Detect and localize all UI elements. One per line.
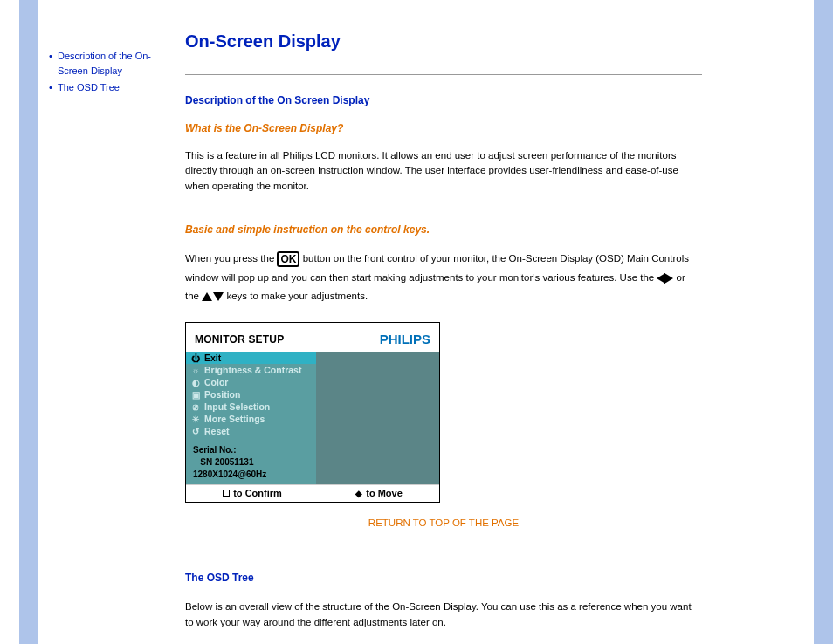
section-heading-description: Description of the On Screen Display bbox=[185, 94, 702, 106]
sidebar-nav: Description of the On-Screen Display The… bbox=[38, 0, 185, 644]
osd-info-block: Serial No.: SN 20051131 1280X1024@60Hz bbox=[186, 437, 316, 484]
subheading-what-is: What is the On-Screen Display? bbox=[185, 122, 702, 134]
exit-icon: ⏻ bbox=[191, 353, 200, 363]
brightness-icon: ☼ bbox=[191, 366, 200, 375]
osd-window: MONITOR SETUP PHILIPS ⏻Exit ☼Brightness … bbox=[185, 322, 440, 503]
osd-menu-label: Reset bbox=[204, 426, 230, 436]
osd-footer: to Confirm ◆to Move bbox=[186, 484, 439, 502]
sidebar-item-osdtree[interactable]: The OSD Tree bbox=[49, 80, 180, 95]
subheading-instructions: Basic and simple instruction on the cont… bbox=[185, 223, 702, 236]
main-content: On-Screen Display Description of the On … bbox=[185, 0, 833, 644]
left-stripe bbox=[19, 0, 38, 644]
osd-confirm-hint: to Confirm bbox=[223, 488, 282, 498]
osd-preview-pane bbox=[316, 352, 439, 484]
osd-menu-label: Color bbox=[204, 377, 228, 387]
osd-menu-item-brightness: ☼Brightness & Contrast bbox=[186, 364, 316, 376]
osd-menu-item-input: ⎚Input Selection bbox=[186, 401, 316, 413]
page-root: Description of the On-Screen Display The… bbox=[0, 0, 833, 644]
position-icon: ▣ bbox=[191, 390, 200, 400]
instr-text-a: When you press the bbox=[185, 253, 277, 264]
osd-menu-item-exit: ⏻Exit bbox=[186, 352, 316, 364]
osd-menu-item-reset: ↺Reset bbox=[186, 425, 316, 437]
sidebar-link-description[interactable]: Description of the On-Screen Display bbox=[58, 51, 151, 76]
osd-move-hint: ◆to Move bbox=[355, 488, 403, 498]
osd-header: MONITOR SETUP PHILIPS bbox=[186, 323, 439, 352]
osd-setup-title: MONITOR SETUP bbox=[195, 333, 284, 346]
divider bbox=[185, 74, 702, 75]
section-heading-osdtree: The OSD Tree bbox=[185, 572, 702, 584]
philips-logo: PHILIPS bbox=[380, 332, 430, 346]
osd-serial-label: Serial No.: bbox=[193, 444, 311, 456]
osd-menu: ⏻Exit ☼Brightness & Contrast ◐Color ▣Pos… bbox=[186, 352, 316, 484]
osd-menu-label: Exit bbox=[204, 353, 221, 363]
right-stripe bbox=[814, 0, 833, 644]
arrow-right-icon bbox=[664, 273, 673, 284]
return-to-top-link[interactable]: RETURN TO TOP OF THE PAGE bbox=[368, 517, 519, 528]
osd-move-text: to Move bbox=[366, 488, 403, 498]
osd-menu-label: Input Selection bbox=[204, 401, 270, 412]
sidebar-link-osdtree[interactable]: The OSD Tree bbox=[58, 82, 120, 92]
settings-icon: ✳ bbox=[191, 414, 200, 424]
color-icon: ◐ bbox=[191, 378, 200, 387]
ok-button-icon: OK bbox=[277, 251, 299, 267]
paragraph-osdtree: Below is an overall view of the structur… bbox=[185, 599, 702, 630]
input-icon: ⎚ bbox=[191, 402, 200, 412]
arrow-down-icon bbox=[213, 292, 224, 301]
page-title: On-Screen Display bbox=[185, 31, 702, 51]
paragraph-intro: This is a feature in all Philips LCD mon… bbox=[185, 148, 702, 194]
osd-serial-value: SN 20051131 bbox=[193, 456, 311, 469]
divider bbox=[185, 552, 702, 552]
arrow-up-icon bbox=[202, 292, 212, 301]
confirm-icon bbox=[223, 490, 230, 497]
osd-body: ⏻Exit ☼Brightness & Contrast ◐Color ▣Pos… bbox=[186, 352, 439, 484]
osd-menu-item-position: ▣Position bbox=[186, 388, 316, 401]
instr-text-d: keys to make your adjustments. bbox=[224, 291, 368, 301]
osd-confirm-text: to Confirm bbox=[233, 488, 282, 498]
updown-icon: ◆ bbox=[355, 489, 362, 498]
reset-icon: ↺ bbox=[191, 427, 200, 436]
osd-mode: 1280X1024@60Hz bbox=[193, 469, 311, 481]
osd-menu-label: Brightness & Contrast bbox=[204, 365, 301, 375]
return-to-top[interactable]: RETURN TO TOP OF THE PAGE bbox=[185, 517, 702, 529]
osd-menu-label: Position bbox=[204, 389, 240, 400]
paragraph-instructions: When you press the OK button on the fron… bbox=[185, 250, 702, 307]
osd-menu-label: More Settings bbox=[204, 414, 265, 424]
osd-menu-item-more: ✳More Settings bbox=[186, 413, 316, 425]
osd-menu-item-color: ◐Color bbox=[186, 376, 316, 388]
sidebar-item-description[interactable]: Description of the On-Screen Display bbox=[49, 49, 180, 78]
